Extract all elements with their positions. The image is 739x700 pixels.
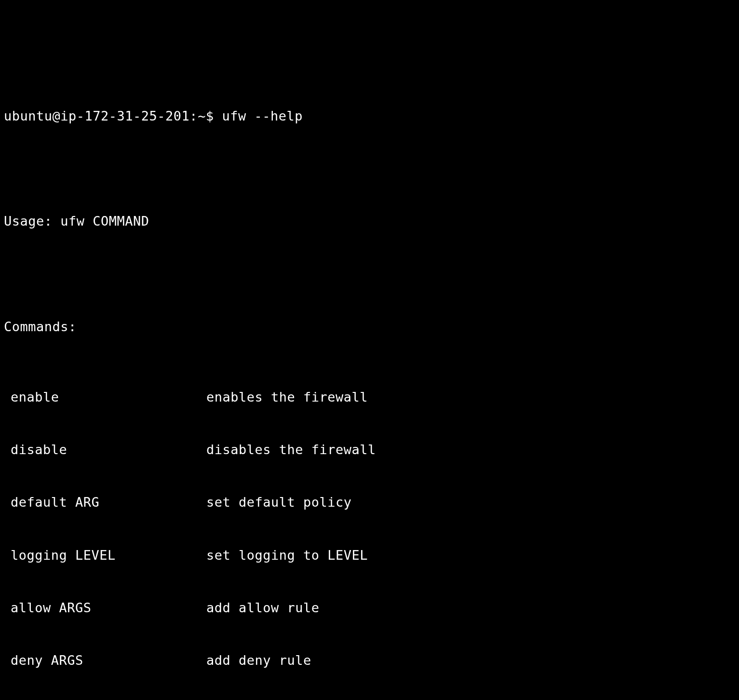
blank-line — [4, 266, 735, 283]
usage-line: Usage: ufw COMMAND — [4, 213, 735, 230]
command-desc: set logging to LEVEL — [206, 547, 368, 564]
command-row: disabledisables the firewall — [4, 441, 735, 458]
command-desc: set default policy — [206, 494, 352, 511]
command-row: deny ARGSadd deny rule — [4, 652, 735, 669]
command-name: deny ARGS — [4, 652, 206, 669]
terminal-output[interactable]: ubuntu@ip-172-31-25-201:~$ ufw --help Us… — [4, 72, 735, 700]
command-desc: disables the firewall — [206, 441, 376, 458]
command-name: disable — [4, 441, 206, 458]
command-name: allow ARGS — [4, 599, 206, 617]
command-desc: add deny rule — [206, 652, 311, 669]
prompt-line: ubuntu@ip-172-31-25-201:~$ ufw --help — [4, 108, 735, 125]
command-row: default ARGset default policy — [4, 494, 735, 511]
command-desc: add allow rule — [206, 599, 320, 617]
command-name: default ARG — [4, 494, 206, 511]
command-row: logging LEVELset logging to LEVEL — [4, 547, 735, 564]
blank-line — [4, 160, 735, 177]
command-name: enable — [4, 389, 206, 406]
command-name: logging LEVEL — [4, 547, 206, 564]
command-row: enableenables the firewall — [4, 389, 735, 406]
commands-header: Commands: — [4, 318, 735, 336]
command-row: allow ARGSadd allow rule — [4, 599, 735, 617]
command-desc: enables the firewall — [206, 389, 368, 406]
